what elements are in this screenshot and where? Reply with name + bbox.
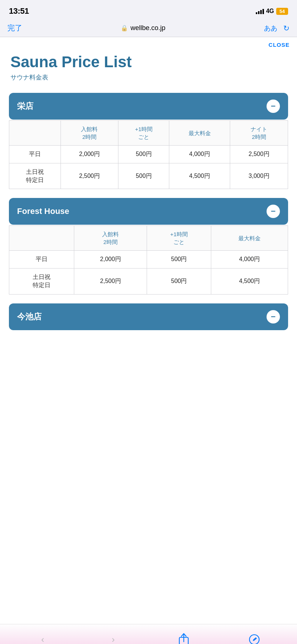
header-empty-forest <box>9 226 74 251</box>
status-icons: 4G 54 <box>256 8 288 15</box>
refresh-button[interactable]: ↻ <box>283 24 290 33</box>
row-label-weekday-forest: 平日 <box>9 251 74 268</box>
section-forest: Forest House − 入館料2時間 +1時間ごと 最大料金 平日 2,0… <box>9 198 288 294</box>
text-size-button[interactable]: ああ <box>264 24 277 33</box>
table-row: 土日祝特定日 2,500円 500円 4,500円 <box>9 268 288 294</box>
row-label-weekday-sakae: 平日 <box>9 146 61 163</box>
signal-icon <box>256 8 264 14</box>
header-col2-sakae: +1時間ごと <box>118 121 169 146</box>
share-icon <box>178 633 189 644</box>
header-col2-forest: +1時間ごと <box>147 226 211 251</box>
url-bar[interactable]: 🔒 wellbe.co.jp <box>28 24 258 32</box>
section-title-sakae: 栄店 <box>17 101 33 112</box>
cell-weekend-hour-forest: 500円 <box>147 268 211 294</box>
cell-weekend-max-forest: 4,500円 <box>211 268 288 294</box>
minus-icon-imaike: − <box>271 313 276 321</box>
content-area: CLOSE Sauna Price List サウナ料金表 栄店 − 入館料2時… <box>0 37 297 624</box>
cell-weekday-hour-forest: 500円 <box>147 251 211 268</box>
price-table-forest: 入館料2時間 +1時間ごと 最大料金 平日 2,000円 500円 4,000円… <box>9 225 288 294</box>
table-row: 土日祝特定日 2,500円 500円 4,500円 3,000円 <box>9 163 288 189</box>
header-col3-forest: 最大料金 <box>211 226 288 251</box>
table-row: 平日 2,000円 500円 4,000円 <box>9 251 288 268</box>
battery-icon: 54 <box>276 8 288 15</box>
section-header-imaike[interactable]: 今池店 − <box>9 303 288 330</box>
header-col3-sakae: 最大料金 <box>169 121 230 146</box>
cell-weekend-entry-forest: 2,500円 <box>74 268 147 294</box>
share-button[interactable] <box>174 630 193 644</box>
status-bar: 13:51 4G 54 <box>0 0 297 20</box>
section-sakae: 栄店 − 入館料2時間 +1時間ごと 最大料金 ナイト2時間 平日 2,000円 <box>9 93 288 189</box>
browser-bar: 完了 🔒 wellbe.co.jp ああ ↻ <box>0 20 297 37</box>
header-col1-sakae: 入館料2時間 <box>61 121 118 146</box>
url-text: wellbe.co.jp <box>130 24 165 32</box>
lock-icon: 🔒 <box>121 25 128 32</box>
cell-weekday-max-sakae: 4,000円 <box>169 146 230 163</box>
section-title-imaike: 今池店 <box>17 311 42 322</box>
minus-icon-forest: − <box>271 207 276 215</box>
section-header-forest[interactable]: Forest House − <box>9 198 288 225</box>
back-button[interactable]: ‹ <box>33 630 52 644</box>
close-button-container: CLOSE <box>0 37 297 49</box>
compass-icon <box>248 634 260 644</box>
cell-weekday-entry-forest: 2,000円 <box>74 251 147 268</box>
svg-marker-3 <box>253 637 257 641</box>
cell-weekday-night-sakae: 2,500円 <box>230 146 288 163</box>
section-header-sakae[interactable]: 栄店 − <box>9 93 288 120</box>
cell-weekday-entry-sakae: 2,000円 <box>61 146 118 163</box>
bookmarks-button[interactable] <box>245 630 264 644</box>
header-col1-forest: 入館料2時間 <box>74 226 147 251</box>
forward-button[interactable]: › <box>104 630 123 644</box>
header-col4-sakae: ナイト2時間 <box>230 121 288 146</box>
cell-weekend-night-sakae: 3,000円 <box>230 163 288 189</box>
header-empty-sakae <box>9 121 61 146</box>
table-row: 平日 2,000円 500円 4,000円 2,500円 <box>9 146 288 163</box>
back-arrow-icon: ‹ <box>41 634 44 644</box>
page-subtitle: サウナ料金表 <box>10 73 287 82</box>
row-label-weekend-sakae: 土日祝特定日 <box>9 163 61 189</box>
cell-weekday-hour-sakae: 500円 <box>118 146 169 163</box>
bottom-nav: ‹ › <box>0 624 297 644</box>
close-button[interactable]: CLOSE <box>268 42 290 48</box>
row-label-weekend-forest: 土日祝特定日 <box>9 268 74 294</box>
toggle-imaike[interactable]: − <box>267 310 280 323</box>
section-imaike: 今池店 − <box>9 303 288 330</box>
cell-weekend-entry-sakae: 2,500円 <box>61 163 118 189</box>
status-time: 13:51 <box>9 6 29 16</box>
cell-weekday-max-forest: 4,000円 <box>211 251 288 268</box>
cell-weekend-max-sakae: 4,500円 <box>169 163 230 189</box>
toggle-forest[interactable]: − <box>267 205 280 218</box>
page-header: Sauna Price List サウナ料金表 <box>0 49 297 89</box>
forward-arrow-icon: › <box>112 634 115 644</box>
toggle-sakae[interactable]: − <box>267 100 280 113</box>
price-table-sakae: 入館料2時間 +1時間ごと 最大料金 ナイト2時間 平日 2,000円 500円… <box>9 120 288 189</box>
browser-done-button[interactable]: 完了 <box>7 23 22 33</box>
minus-icon-sakae: − <box>271 102 276 110</box>
page-title: Sauna Price List <box>10 53 287 71</box>
network-label: 4G <box>266 8 274 14</box>
cell-weekend-hour-sakae: 500円 <box>118 163 169 189</box>
section-title-forest: Forest House <box>17 206 69 216</box>
